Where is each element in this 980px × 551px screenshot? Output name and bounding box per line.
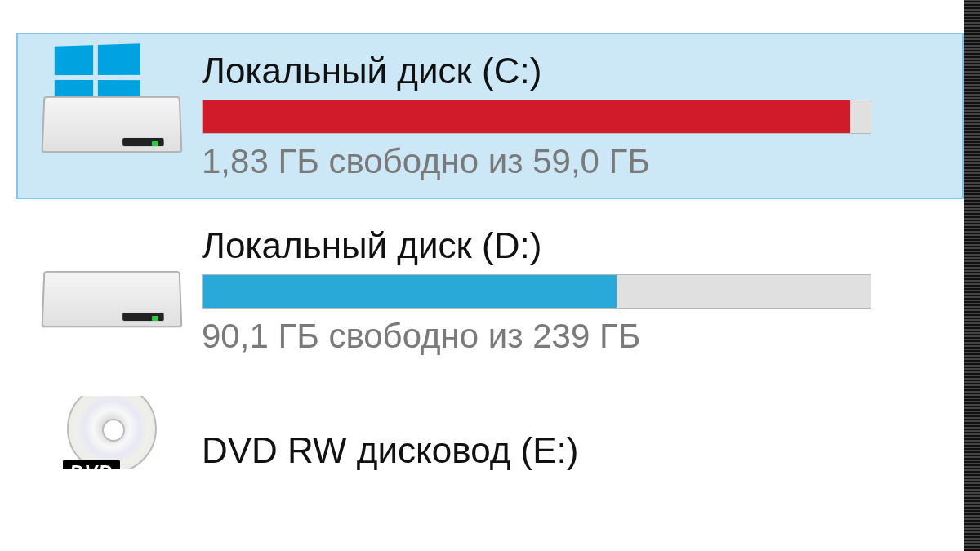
drive-d-icon-wrap — [30, 225, 194, 340]
drive-c-usage-fill — [203, 100, 850, 133]
drive-d[interactable]: Локальный диск (D:) 90,1 ГБ свободно из … — [16, 207, 964, 374]
drive-e-info: DVD RW дисковод (E:) — [194, 396, 950, 479]
dvd-drive-icon: DVD — [51, 396, 173, 469]
drive-e-name: DVD RW дисковод (E:) — [202, 430, 950, 471]
drive-d-name: Локальный диск (D:) — [202, 225, 950, 266]
drive-c-status: 1,83 ГБ свободно из 59,0 ГБ — [202, 142, 950, 181]
drive-c-info: Локальный диск (C:) 1,83 ГБ свободно из … — [194, 51, 950, 181]
drive-c-name: Локальный диск (C:) — [202, 51, 950, 91]
drive-c[interactable]: Локальный диск (C:) 1,83 ГБ свободно из … — [16, 33, 964, 199]
drive-c-icon-wrap — [30, 51, 194, 165]
drive-d-info: Локальный диск (D:) 90,1 ГБ свободно из … — [194, 225, 950, 356]
drive-c-usage-bar — [202, 100, 871, 134]
drive-d-usage-bar — [202, 274, 871, 309]
drives-list: Локальный диск (C:) 1,83 ГБ свободно из … — [0, 0, 980, 497]
drive-e[interactable]: DVD DVD RW дисковод (E:) — [16, 378, 964, 497]
local-drive-icon — [42, 238, 181, 327]
window-edge — [964, 0, 980, 551]
drive-d-status: 90,1 ГБ свободно из 239 ГБ — [202, 317, 950, 356]
system-drive-icon — [42, 63, 181, 153]
drive-e-icon-wrap: DVD — [30, 396, 194, 469]
drive-d-usage-fill — [203, 275, 617, 308]
